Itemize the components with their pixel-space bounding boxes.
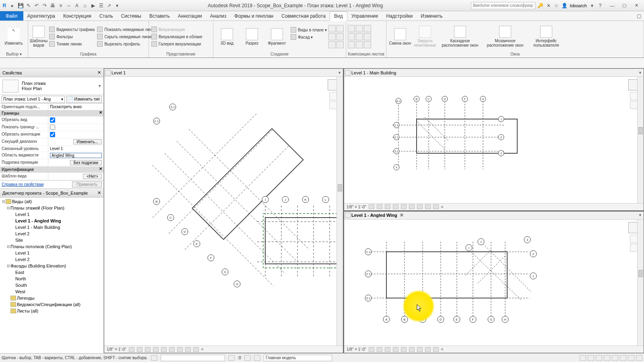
tab-Изменить[interactable]: Изменить bbox=[417, 11, 446, 21]
user-icon[interactable]: 👤 bbox=[562, 3, 568, 8]
elevation-button[interactable]: Фасад ▾ bbox=[290, 34, 328, 40]
undo-icon[interactable]: ↶ bbox=[34, 3, 39, 8]
cascade-button[interactable]: Каскадное расположение окон bbox=[438, 26, 482, 47]
ribbon-item[interactable]: Тонкие линии bbox=[48, 41, 95, 47]
tree-node[interactable]: ⊟Виды (all) bbox=[0, 198, 103, 205]
properties-help-link[interactable]: Справка по свойствам bbox=[2, 182, 43, 187]
tree-node[interactable]: Ведомости/Спецификации (all) bbox=[0, 301, 103, 308]
user-name[interactable]: loboarch bbox=[570, 3, 587, 8]
status-icon[interactable] bbox=[151, 355, 157, 361]
tree-node[interactable]: North bbox=[0, 276, 103, 282]
close-icon[interactable]: ✕ bbox=[97, 70, 101, 75]
status-icon[interactable] bbox=[596, 355, 602, 361]
status-icon[interactable] bbox=[588, 355, 594, 361]
tab-Надстройки[interactable]: Надстройки bbox=[382, 11, 417, 21]
sheet-icon[interactable] bbox=[348, 41, 355, 48]
status-icon[interactable] bbox=[628, 355, 634, 361]
print-icon[interactable]: 🖶 bbox=[50, 3, 56, 8]
maximize-button[interactable]: ▢ bbox=[618, 2, 630, 10]
status-icon[interactable] bbox=[612, 355, 618, 361]
status-icon[interactable] bbox=[244, 355, 251, 361]
misc-icon[interactable] bbox=[328, 41, 336, 48]
tree-node[interactable]: ⊟Планы потолков (Ceiling Plan) bbox=[0, 243, 103, 250]
tab-Аннотации[interactable]: Аннотации bbox=[174, 11, 206, 21]
status-icon[interactable] bbox=[228, 355, 235, 361]
tab-Вставить[interactable]: Вставить bbox=[145, 11, 174, 21]
redo-icon[interactable]: ↷ bbox=[42, 3, 47, 8]
modify-button[interactable]: ↖Изменить bbox=[2, 28, 26, 45]
view-control-bar[interactable]: 1/8" = 1'-0"< bbox=[344, 346, 644, 353]
home-icon[interactable]: ⌂ bbox=[82, 3, 88, 8]
close-button[interactable]: ✕ bbox=[630, 2, 642, 10]
tree-node[interactable]: ⊟Фасады (Building Elevation) bbox=[0, 263, 103, 269]
file-tab[interactable]: Файл bbox=[0, 11, 23, 21]
tree-node[interactable]: ⊟Планы этажей (Floor Plan) bbox=[0, 205, 103, 211]
instance-combo[interactable]: План этажа: Level 1 - Ang▾ bbox=[2, 96, 65, 103]
dropdown-icon[interactable]: ▾ bbox=[114, 3, 120, 8]
ribbon-item[interactable]: Фильтры bbox=[48, 33, 95, 40]
sheet-icon[interactable] bbox=[356, 25, 363, 32]
misc-icon[interactable] bbox=[328, 33, 336, 40]
prop-value[interactable]: Angled Wing bbox=[50, 153, 102, 158]
status-field[interactable] bbox=[161, 355, 225, 361]
tab-Управление[interactable]: Управление bbox=[347, 11, 382, 21]
text-icon[interactable]: A bbox=[74, 3, 80, 8]
prop-button[interactable]: <Нет> bbox=[83, 174, 102, 179]
section-button[interactable]: Разрез bbox=[240, 28, 264, 45]
tab-Совместная работа[interactable]: Совместная работа bbox=[277, 11, 330, 21]
tree-node[interactable]: Листы (all) bbox=[0, 308, 103, 314]
ribbon-item[interactable]: Галерея визуализации bbox=[151, 41, 203, 47]
tree-node[interactable]: Level 2 bbox=[0, 230, 103, 237]
workset-combo[interactable]: Главная модель bbox=[264, 355, 332, 361]
play-icon[interactable]: ▶ bbox=[90, 3, 96, 8]
stairs-icon[interactable]: ☰ bbox=[98, 3, 104, 8]
tree-node[interactable]: Легенды bbox=[0, 295, 103, 301]
scrollbar-vertical[interactable] bbox=[336, 77, 343, 346]
ribbon-item[interactable]: Скрыть невидимые линии bbox=[96, 33, 157, 40]
sheet-icon[interactable] bbox=[364, 25, 371, 32]
switch-windows-button[interactable]: Смена окон bbox=[388, 28, 412, 45]
chevron-down-icon[interactable]: ▼ bbox=[638, 71, 642, 75]
help-icon[interactable]: ? bbox=[597, 3, 603, 8]
edit-type-button[interactable]: 📄Изменить тип bbox=[66, 96, 102, 103]
prop-checkbox[interactable] bbox=[50, 132, 55, 137]
ribbon-collapse-icon[interactable]: ▢ bbox=[636, 13, 642, 19]
tree-node[interactable]: Level 1 bbox=[0, 250, 103, 256]
3dview-button[interactable]: 3D вид bbox=[215, 28, 239, 45]
scrollbar-vertical[interactable] bbox=[637, 77, 644, 203]
callout-button[interactable]: Фрагмент bbox=[265, 28, 289, 45]
tab-Системы[interactable]: Системы bbox=[117, 11, 145, 21]
tree-node[interactable]: West bbox=[0, 288, 103, 295]
sheet-icon[interactable] bbox=[364, 33, 371, 40]
view-tab-main[interactable]: Level 1 - Main Building▼ bbox=[344, 69, 644, 77]
close-inactive-button[interactable]: Закрыть неактивные bbox=[413, 26, 437, 47]
sheet-icon[interactable] bbox=[364, 41, 371, 48]
tab-Архитектура[interactable]: Архитектура bbox=[23, 11, 60, 21]
prop-checkbox[interactable] bbox=[50, 125, 55, 130]
type-selector[interactable]: План этажаFloor Plan ▾ bbox=[0, 77, 103, 95]
minimize-button[interactable]: — bbox=[606, 2, 618, 10]
status-icon[interactable] bbox=[254, 355, 260, 361]
ui-button[interactable]: Интерфейс пользователя bbox=[528, 26, 564, 47]
tile-button[interactable]: Мозаичное расположение окон bbox=[483, 26, 527, 47]
go-icon[interactable]: ↗ bbox=[106, 3, 112, 8]
sync-icon[interactable]: ✎ bbox=[26, 3, 31, 8]
prop-checkbox[interactable] bbox=[50, 117, 55, 123]
ribbon-item[interactable]: Видимость/ графика bbox=[48, 26, 95, 33]
select-combo[interactable]: Выбор ▾ bbox=[2, 51, 26, 58]
sheet-icon[interactable] bbox=[348, 33, 355, 40]
plan-views-button[interactable]: Виды в плане ▾ bbox=[290, 27, 328, 33]
chevron-down-icon[interactable]: ▼ bbox=[638, 213, 642, 217]
view-tab-angled[interactable]: Level 1 - Angled Wing✕▼ bbox=[344, 212, 644, 220]
tab-Конструкция[interactable]: Конструкция bbox=[59, 11, 95, 21]
close-icon[interactable]: ✕ bbox=[400, 212, 404, 218]
tree-node[interactable]: Level 1 bbox=[0, 211, 103, 218]
sheet-icon[interactable] bbox=[356, 41, 363, 48]
tab-Вид[interactable]: Вид bbox=[330, 11, 347, 21]
tree-node[interactable]: Site bbox=[0, 237, 103, 243]
view-tab-level1[interactable]: Level 1▼ bbox=[104, 69, 343, 77]
tree-node[interactable]: South bbox=[0, 282, 103, 288]
exchange-icon[interactable]: ▾ bbox=[589, 3, 595, 8]
misc-icon[interactable] bbox=[336, 41, 344, 48]
save-icon[interactable]: 💾 bbox=[18, 3, 23, 8]
